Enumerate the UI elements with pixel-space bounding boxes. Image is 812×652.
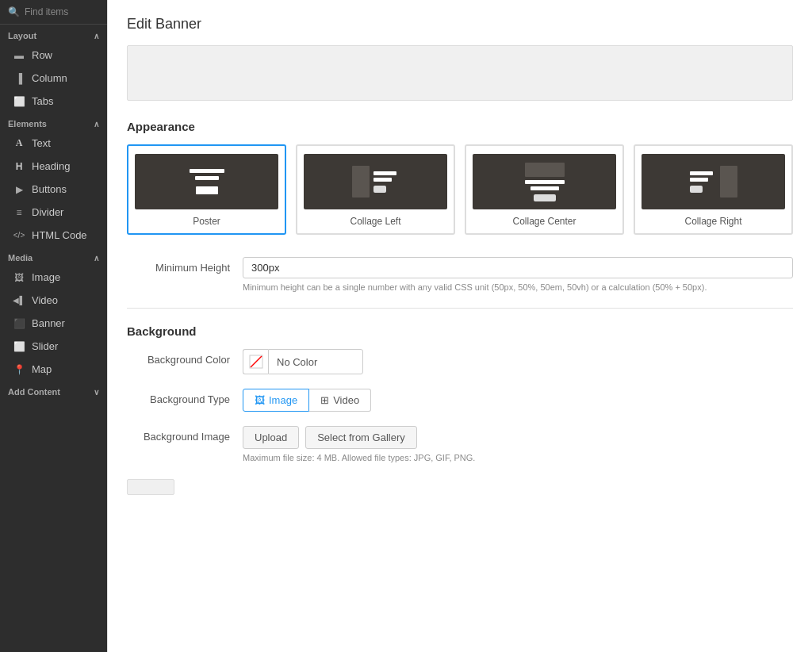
upload-button[interactable]: Upload [243,426,299,449]
sidebar-item-label: Banner [32,317,65,329]
sidebar-section-media[interactable]: Media ∧ [0,247,107,266]
layout-option-collage-center[interactable]: Collage Center [465,144,624,235]
select-gallery-button[interactable]: Select from Gallery [305,426,417,449]
sidebar-item-label: Divider [32,206,63,218]
layout-option-collage-right[interactable]: Collage Right [634,144,793,235]
chevron-up-icon: ∧ [94,254,99,263]
bg-image-control: Upload Select from Gallery Maximum file … [243,426,793,464]
bg-image-row: Background Image Upload Select from Gall… [127,426,793,464]
bg-type-row: Background Type 🖼 Image ⊞ Video [127,389,793,412]
layout-section-label: Layout [8,31,36,40]
bg-color-label: Background Color [127,349,230,366]
layout-option-poster[interactable]: Poster [127,144,286,235]
sidebar-section-add-content[interactable]: Add Content ∨ [0,381,107,400]
main-panel: Edit Banner Appearance Poster [107,0,812,652]
background-section-title: Background [127,324,793,338]
sidebar-item-buttons[interactable]: ▶ Buttons [0,178,107,201]
column-icon: ▐ [13,73,25,84]
upload-group: Upload Select from Gallery [243,426,793,449]
min-height-hint: Minimum height can be a single number wi… [243,282,793,293]
banner-icon: ⬛ [13,318,25,329]
sidebar-section-elements[interactable]: Elements ∧ [0,113,107,132]
sidebar-item-image[interactable]: 🖼 Image [0,266,107,289]
sidebar-item-tabs[interactable]: ⬜ Tabs [0,90,107,113]
min-height-label: Minimum Height [127,257,230,274]
heading-icon: H [13,161,25,172]
layout-options-group: Poster Collage Left [127,144,793,235]
appearance-section-title: Appearance [127,120,793,133]
sidebar-section-layout[interactable]: Layout ∧ [0,25,107,44]
sidebar-item-label: Video [32,294,58,306]
sidebar-item-label: Heading [32,160,70,172]
sidebar-item-label: Row [32,49,52,61]
collage-right-label: Collage Right [684,216,741,227]
html-icon: </> [13,231,25,240]
section-divider [127,308,793,309]
no-color-icon [249,355,263,369]
bg-type-video-button[interactable]: ⊞ Video [309,389,371,412]
tabs-icon: ⬜ [13,96,25,107]
min-height-input[interactable] [243,257,793,278]
sidebar: 🔍 Layout ∧ ▬ Row ▐ Column ⬜ Tabs Element… [0,0,107,652]
collage-center-label: Collage Center [512,216,576,227]
bg-type-control: 🖼 Image ⊞ Video [243,389,793,412]
chevron-down-icon: ∨ [94,388,99,397]
image-btn-label: Image [269,394,297,406]
sidebar-item-divider[interactable]: ≡ Divider [0,201,107,224]
video-btn-icon: ⊞ [320,394,329,406]
sidebar-item-map[interactable]: 📍 Map [0,358,107,381]
collage-right-icon [690,166,737,198]
divider-icon: ≡ [13,207,25,218]
sidebar-item-banner[interactable]: ⬛ Banner [0,312,107,335]
min-height-control: Minimum height can be a single number wi… [243,257,793,293]
page-title: Edit Banner [127,16,793,33]
bg-color-row: Background Color [127,349,793,374]
poster-label: Poster [193,216,220,227]
map-icon: 📍 [13,364,25,375]
banner-preview [127,45,793,101]
sidebar-item-label: Tabs [32,95,53,107]
collage-center-icon [521,163,569,201]
row-icon: ▬ [13,50,25,61]
image-icon: 🖼 [13,272,25,283]
color-input[interactable] [268,349,363,374]
color-swatch[interactable] [243,349,268,374]
bg-image-label: Background Image [127,426,230,443]
bg-type-image-button[interactable]: 🖼 Image [243,389,309,412]
buttons-icon: ▶ [13,184,25,195]
add-content-label: Add Content [8,387,60,397]
search-input[interactable] [25,6,99,17]
chevron-up-icon: ∧ [94,32,99,40]
sidebar-item-label: Map [32,363,52,375]
sidebar-item-heading[interactable]: H Heading [0,155,107,178]
elements-section-label: Elements [8,119,47,128]
collage-center-preview [473,154,616,209]
bg-type-button-group: 🖼 Image ⊞ Video [243,389,793,412]
collage-left-preview [304,154,447,209]
search-icon: 🔍 [8,6,20,17]
poster-icon [190,169,224,194]
sidebar-item-label: Column [32,72,67,84]
sidebar-item-label: Text [32,137,51,149]
bg-color-control [243,349,793,374]
image-btn-icon: 🖼 [255,394,265,406]
min-height-row: Minimum Height Minimum height can be a s… [127,257,793,293]
collage-right-preview [642,154,785,209]
sidebar-item-html-code[interactable]: </> HTML Code [0,224,107,247]
sidebar-item-text[interactable]: A Text [0,132,107,155]
video-btn-label: Video [333,394,359,406]
slider-icon: ⬜ [13,341,25,352]
file-hint: Maximum file size: 4 MB. Allowed file ty… [243,452,793,464]
color-picker-row [243,349,793,374]
text-icon: A [13,137,25,149]
video-icon: ◀▌ [13,296,25,305]
sidebar-item-row[interactable]: ▬ Row [0,44,107,67]
sidebar-search-container[interactable]: 🔍 [0,0,107,25]
sidebar-item-video[interactable]: ◀▌ Video [0,289,107,312]
sidebar-item-slider[interactable]: ⬜ Slider [0,335,107,358]
layout-option-collage-left[interactable]: Collage Left [296,144,455,235]
sidebar-item-label: Slider [32,340,58,352]
collage-left-label: Collage Left [350,216,400,227]
scroll-indicator [127,479,174,495]
sidebar-item-column[interactable]: ▐ Column [0,67,107,90]
